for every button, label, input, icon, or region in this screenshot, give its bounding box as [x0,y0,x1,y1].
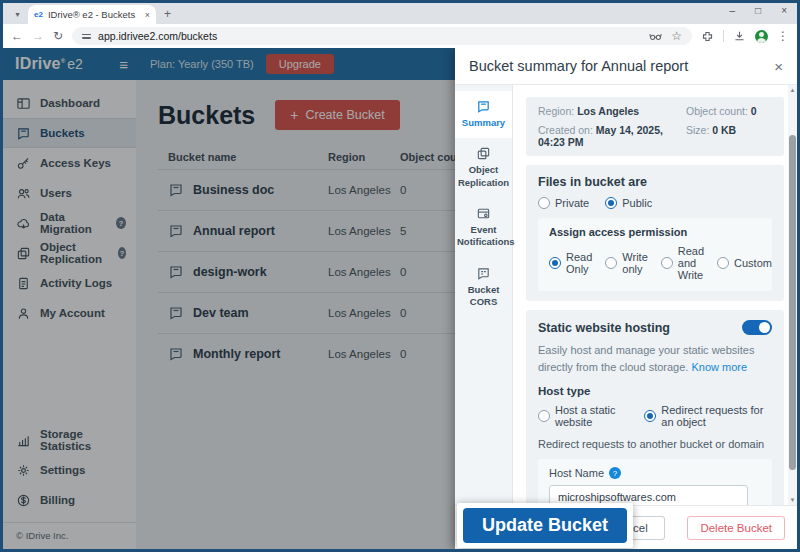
drawer-tab-rail: Summary Object Replication Event Notific… [455,85,513,505]
tab-event-notifications[interactable]: Event Notifications [455,198,512,258]
downloads-icon[interactable] [733,30,746,43]
drawer-title: Bucket summary for Annual report [469,58,688,74]
screen: ▾ e2 IDrive® e2 - Buckets × + – □ × ← → … [0,0,800,552]
window-minimize-button[interactable]: – [730,5,736,16]
browser-chrome: ▾ e2 IDrive® e2 - Buckets × + – □ × ← → … [3,3,797,48]
size-label: Size: [686,124,709,136]
assign-access-box: Assign access permission Read Only Write… [538,218,772,291]
files-in-bucket-section: Files in bucket are Private Public Assig… [526,165,784,301]
url-text[interactable]: app.idrivee2.com/buckets [98,30,642,42]
browser-toolbar: ← → ↻ app.idrivee2.com/buckets ☆ ⋮ [3,24,797,48]
update-bucket-callout: Update Bucket [457,503,633,548]
drawer-content: Region: Los Angeles Object count: 0 Crea… [513,85,797,505]
glasses-icon[interactable] [649,30,662,43]
region-value: Los Angeles [577,105,639,117]
tab-summary[interactable]: Summary [455,91,512,138]
radio-write-only[interactable]: Write only [605,251,647,275]
window-maximize-button[interactable]: □ [755,5,761,16]
tab-close-icon[interactable]: × [145,10,150,20]
radio-read-and-write[interactable]: Read and Write [661,245,704,281]
browser-menu-icon[interactable]: ⋮ [777,30,789,42]
tab-search-chevron-icon[interactable]: ▾ [9,7,26,22]
files-section-heading: Files in bucket are [538,175,772,189]
host-name-label: Host Name [549,467,604,479]
reload-icon[interactable]: ↻ [53,30,63,42]
profile-avatar[interactable] [755,30,768,43]
scroll-up-icon[interactable]: ▲ [788,87,797,93]
know-more-link[interactable]: Know more [691,361,747,373]
host-name-box: Host Name ? Protocol (Optional) None htt… [538,459,772,505]
tab-object-replication[interactable]: Object Replication [455,138,512,198]
bucket-summary-drawer: Bucket summary for Annual report × Summa… [455,48,797,549]
bucket-icon [476,99,491,114]
hosting-toggle[interactable] [742,320,772,335]
radio-icon [644,410,656,422]
radio-custom[interactable]: Custom [717,257,772,269]
extensions-puzzle-icon[interactable] [701,30,714,43]
delete-bucket-button[interactable]: Delete Bucket [687,516,785,540]
event-icon [476,206,491,221]
app-viewport: IDrive® e2 ≡ Plan: Yearly (350 TB) Upgra… [3,48,797,549]
info-icon[interactable]: ? [609,467,621,479]
replication-icon [476,146,491,161]
url-bar[interactable]: app.idrivee2.com/buckets ☆ [72,27,692,45]
bookmark-star-icon[interactable]: ☆ [671,30,682,42]
radio-icon [661,257,673,269]
object-count-label: Object count: [686,105,748,117]
toolbar-divider [723,30,724,42]
tab-strip: ▾ e2 IDrive® e2 - Buckets × + – □ × [3,3,797,24]
drawer-close-icon[interactable]: × [774,58,783,75]
static-website-hosting-section: Static website hosting Easily host and m… [526,310,784,505]
radio-private[interactable]: Private [538,197,589,209]
radio-read-only[interactable]: Read Only [549,251,592,275]
radio-icon [538,197,550,209]
update-bucket-button[interactable]: Update Bucket [463,508,627,543]
scrollbar-thumb[interactable] [789,135,796,470]
site-favicon: e2 [34,10,43,19]
region-label: Region: [538,105,574,117]
radio-icon [717,257,729,269]
radio-host-static-website[interactable]: Host a static website [538,404,628,428]
tab-bucket-cors[interactable]: Bucket CORS [455,258,512,318]
browser-tab[interactable]: e2 IDrive® e2 - Buckets × [28,5,156,24]
radio-icon [538,410,550,422]
window-close-button[interactable]: × [781,5,787,16]
bucket-cors-icon [476,266,491,281]
size-value: 0 KB [712,124,736,136]
hosting-description: Easily host and manage your static websi… [538,342,772,375]
assign-access-heading: Assign access permission [549,226,761,238]
radio-redirect-requests[interactable]: Redirect requests for an object [644,404,772,428]
radio-icon [605,257,617,269]
back-icon[interactable]: ← [11,30,23,42]
forward-icon[interactable]: → [32,30,44,42]
radio-icon [549,257,561,269]
bucket-info-box: Region: Los Angeles Object count: 0 Crea… [526,97,784,156]
host-name-input[interactable] [549,485,748,505]
host-type-label: Host type [538,385,772,397]
redirect-label: Redirect requests to another bucket or d… [538,438,772,450]
scroll-down-icon[interactable]: ▼ [788,497,797,503]
radio-icon [605,197,617,209]
created-label: Created on: [538,124,593,136]
new-tab-button[interactable]: + [164,7,171,21]
hosting-heading: Static website hosting [538,321,670,335]
tab-title: IDrive® e2 - Buckets [48,9,140,20]
site-settings-icon[interactable] [82,34,91,39]
radio-public[interactable]: Public [605,197,652,209]
object-count-value: 0 [751,105,757,117]
drawer-scrollbar[interactable]: ▲ ▼ [788,85,797,505]
